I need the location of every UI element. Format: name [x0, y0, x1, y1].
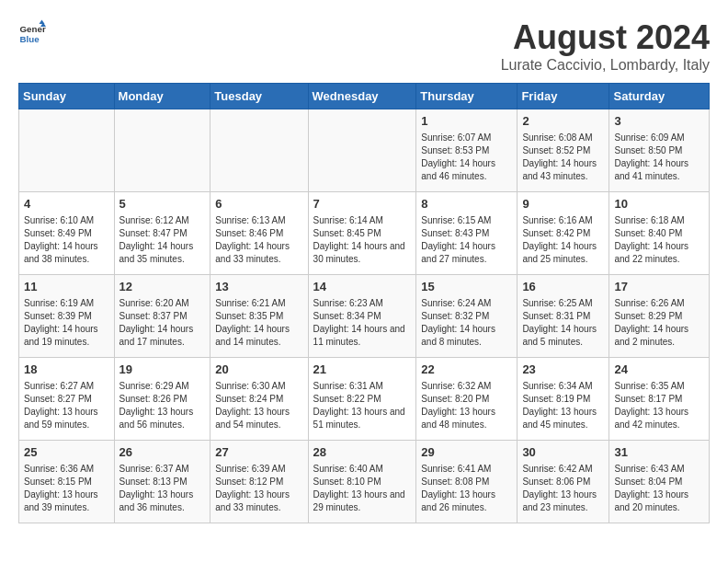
calendar-cell [210, 109, 308, 192]
calendar-cell: 18Sunrise: 6:27 AM Sunset: 8:27 PM Dayli… [19, 358, 115, 441]
day-of-week-sunday: Sunday [19, 84, 115, 109]
day-number: 21 [313, 362, 412, 378]
day-info: Sunrise: 6:16 AM Sunset: 8:42 PM Dayligh… [522, 214, 604, 266]
logo-icon: General Blue [18, 18, 46, 46]
day-number: 26 [119, 444, 206, 461]
calendar-cell: 1Sunrise: 6:07 AM Sunset: 8:53 PM Daylig… [416, 109, 518, 192]
calendar-cell: 8Sunrise: 6:15 AM Sunset: 8:43 PM Daylig… [416, 192, 518, 275]
day-info: Sunrise: 6:27 AM Sunset: 8:27 PM Dayligh… [24, 380, 109, 431]
day-info: Sunrise: 6:35 AM Sunset: 8:17 PM Dayligh… [614, 380, 704, 431]
calendar-cell: 24Sunrise: 6:35 AM Sunset: 8:17 PM Dayli… [609, 358, 710, 441]
day-info: Sunrise: 6:09 AM Sunset: 8:50 PM Dayligh… [614, 132, 704, 183]
day-number: 15 [421, 279, 512, 295]
calendar-week-4: 18Sunrise: 6:27 AM Sunset: 8:27 PM Dayli… [19, 358, 710, 441]
calendar-cell [114, 109, 210, 192]
day-number: 5 [119, 196, 206, 213]
calendar-cell: 9Sunrise: 6:16 AM Sunset: 8:42 PM Daylig… [518, 192, 609, 275]
day-number: 27 [215, 444, 302, 461]
calendar-cell: 19Sunrise: 6:29 AM Sunset: 8:26 PM Dayli… [114, 358, 210, 441]
calendar-cell: 26Sunrise: 6:37 AM Sunset: 8:13 PM Dayli… [114, 441, 210, 523]
svg-text:Blue: Blue [20, 34, 40, 44]
day-info: Sunrise: 6:31 AM Sunset: 8:22 PM Dayligh… [313, 380, 412, 431]
calendar-cell: 4Sunrise: 6:10 AM Sunset: 8:49 PM Daylig… [19, 192, 115, 275]
day-of-week-tuesday: Tuesday [210, 84, 308, 109]
day-info: Sunrise: 6:29 AM Sunset: 8:26 PM Dayligh… [119, 380, 206, 431]
logo: General Blue [18, 18, 46, 46]
day-info: Sunrise: 6:10 AM Sunset: 8:49 PM Dayligh… [24, 214, 109, 266]
day-of-week-wednesday: Wednesday [308, 84, 416, 109]
day-info: Sunrise: 6:32 AM Sunset: 8:20 PM Dayligh… [421, 380, 512, 431]
calendar-cell: 2Sunrise: 6:08 AM Sunset: 8:52 PM Daylig… [518, 109, 609, 192]
day-number: 28 [313, 444, 412, 461]
calendar-cell: 3Sunrise: 6:09 AM Sunset: 8:50 PM Daylig… [609, 109, 710, 192]
calendar-table: SundayMondayTuesdayWednesdayThursdayFrid… [18, 83, 710, 523]
day-number: 11 [24, 279, 109, 295]
day-info: Sunrise: 6:20 AM Sunset: 8:37 PM Dayligh… [119, 297, 206, 349]
day-number: 18 [24, 362, 109, 378]
day-info: Sunrise: 6:23 AM Sunset: 8:34 PM Dayligh… [313, 297, 412, 349]
day-of-week-friday: Friday [518, 84, 609, 109]
calendar-cell: 27Sunrise: 6:39 AM Sunset: 8:12 PM Dayli… [210, 441, 308, 523]
calendar-cell: 17Sunrise: 6:26 AM Sunset: 8:29 PM Dayli… [609, 275, 710, 358]
day-number: 16 [522, 279, 604, 295]
day-number: 17 [614, 279, 704, 295]
day-number: 6 [215, 196, 302, 213]
day-number: 25 [24, 444, 109, 461]
calendar-week-2: 4Sunrise: 6:10 AM Sunset: 8:49 PM Daylig… [19, 192, 710, 275]
day-info: Sunrise: 6:21 AM Sunset: 8:35 PM Dayligh… [215, 297, 302, 349]
day-of-week-monday: Monday [114, 84, 210, 109]
day-info: Sunrise: 6:43 AM Sunset: 8:04 PM Dayligh… [614, 463, 704, 514]
day-info: Sunrise: 6:08 AM Sunset: 8:52 PM Dayligh… [522, 132, 604, 183]
calendar-cell: 14Sunrise: 6:23 AM Sunset: 8:34 PM Dayli… [308, 275, 416, 358]
day-number: 31 [614, 444, 704, 461]
day-of-week-thursday: Thursday [416, 84, 518, 109]
day-number: 3 [614, 113, 704, 130]
day-number: 23 [522, 362, 604, 378]
calendar-cell: 11Sunrise: 6:19 AM Sunset: 8:39 PM Dayli… [19, 275, 115, 358]
day-number: 14 [313, 279, 412, 295]
day-number: 9 [522, 196, 604, 213]
title-area: August 2024 Lurate Caccivio, Lombardy, I… [501, 18, 710, 74]
day-info: Sunrise: 6:19 AM Sunset: 8:39 PM Dayligh… [24, 297, 109, 349]
calendar-cell: 29Sunrise: 6:41 AM Sunset: 8:08 PM Dayli… [416, 441, 518, 523]
calendar-cell: 20Sunrise: 6:30 AM Sunset: 8:24 PM Dayli… [210, 358, 308, 441]
calendar-cell [19, 109, 115, 192]
calendar-week-1: 1Sunrise: 6:07 AM Sunset: 8:53 PM Daylig… [19, 109, 710, 192]
main-title: August 2024 [501, 18, 710, 57]
day-info: Sunrise: 6:39 AM Sunset: 8:12 PM Dayligh… [215, 463, 302, 514]
calendar-cell [308, 109, 416, 192]
calendar-cell: 10Sunrise: 6:18 AM Sunset: 8:40 PM Dayli… [609, 192, 710, 275]
calendar-cell: 12Sunrise: 6:20 AM Sunset: 8:37 PM Dayli… [114, 275, 210, 358]
day-number: 22 [421, 362, 512, 378]
day-info: Sunrise: 6:40 AM Sunset: 8:10 PM Dayligh… [313, 463, 412, 514]
day-number: 8 [421, 196, 512, 213]
day-info: Sunrise: 6:15 AM Sunset: 8:43 PM Dayligh… [421, 214, 512, 266]
day-number: 13 [215, 279, 302, 295]
day-number: 29 [421, 444, 512, 461]
day-info: Sunrise: 6:12 AM Sunset: 8:47 PM Dayligh… [119, 214, 206, 266]
calendar-cell: 6Sunrise: 6:13 AM Sunset: 8:46 PM Daylig… [210, 192, 308, 275]
subtitle: Lurate Caccivio, Lombardy, Italy [501, 57, 710, 74]
day-info: Sunrise: 6:25 AM Sunset: 8:31 PM Dayligh… [522, 297, 604, 349]
day-number: 2 [522, 113, 604, 130]
day-number: 10 [614, 196, 704, 213]
calendar-cell: 28Sunrise: 6:40 AM Sunset: 8:10 PM Dayli… [308, 441, 416, 523]
day-info: Sunrise: 6:36 AM Sunset: 8:15 PM Dayligh… [24, 463, 109, 514]
day-number: 12 [119, 279, 206, 295]
calendar-header-row: SundayMondayTuesdayWednesdayThursdayFrid… [19, 84, 710, 109]
day-number: 1 [421, 113, 512, 130]
day-info: Sunrise: 6:34 AM Sunset: 8:19 PM Dayligh… [522, 380, 604, 431]
day-info: Sunrise: 6:26 AM Sunset: 8:29 PM Dayligh… [614, 297, 704, 349]
day-number: 7 [313, 196, 412, 213]
day-info: Sunrise: 6:07 AM Sunset: 8:53 PM Dayligh… [421, 132, 512, 183]
day-number: 24 [614, 362, 704, 378]
calendar-cell: 15Sunrise: 6:24 AM Sunset: 8:32 PM Dayli… [416, 275, 518, 358]
day-number: 30 [522, 444, 604, 461]
day-info: Sunrise: 6:24 AM Sunset: 8:32 PM Dayligh… [421, 297, 512, 349]
calendar-cell: 30Sunrise: 6:42 AM Sunset: 8:06 PM Dayli… [518, 441, 609, 523]
calendar-cell: 31Sunrise: 6:43 AM Sunset: 8:04 PM Dayli… [609, 441, 710, 523]
calendar-cell: 7Sunrise: 6:14 AM Sunset: 8:45 PM Daylig… [308, 192, 416, 275]
day-info: Sunrise: 6:18 AM Sunset: 8:40 PM Dayligh… [614, 214, 704, 266]
day-info: Sunrise: 6:37 AM Sunset: 8:13 PM Dayligh… [119, 463, 206, 514]
day-number: 20 [215, 362, 302, 378]
